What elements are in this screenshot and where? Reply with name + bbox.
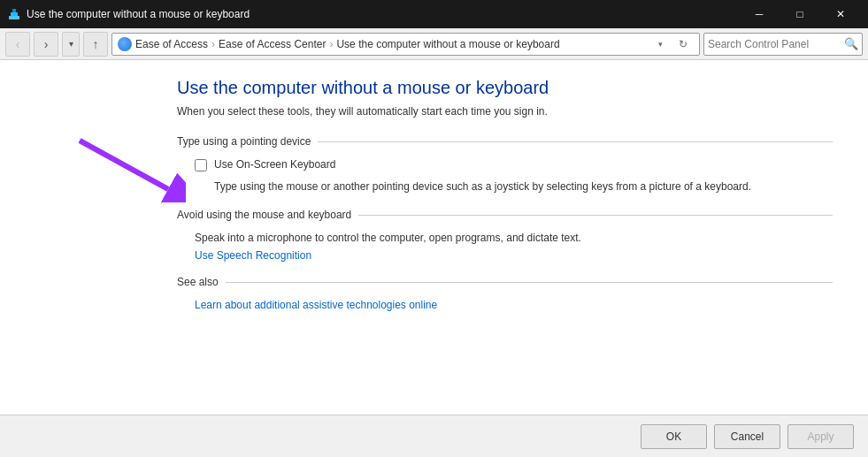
up-button[interactable]: ↑ [83,32,108,57]
breadcrumb-ease-of-access[interactable]: Ease of Access [135,38,208,50]
section-divider-2 [358,215,833,216]
section-avoid-mouse-body: Speak into a microphone to control the c… [177,232,833,262]
section-see-also-label: See also [177,276,219,288]
window-controls: ─ □ ✕ [739,0,861,28]
forward-button[interactable]: › [34,32,58,57]
svg-rect-0 [9,16,19,19]
on-screen-keyboard-description: Type using the mouse or another pointing… [196,179,833,194]
section-avoid-mouse-header: Avoid using the mouse and keyboard [177,209,833,221]
learn-assistive-tech-link[interactable]: Learn about additional assistive technol… [195,299,437,311]
window-icon [7,7,21,21]
page-title: Use the computer without a mouse or keyb… [177,78,833,98]
cancel-button[interactable]: Cancel [714,424,780,449]
section-see-also-body: Learn about additional assistive technol… [177,299,833,311]
address-bar[interactable]: Ease of Access › Ease of Access Center ›… [111,33,700,56]
refresh-button[interactable]: ↻ [672,34,694,55]
apply-button[interactable]: Apply [787,424,854,449]
section-divider-1 [318,141,833,142]
back-button[interactable]: ‹ [5,32,30,57]
ok-button[interactable]: OK [641,424,707,449]
svg-rect-2 [12,9,16,12]
search-input[interactable] [708,38,841,50]
address-dropdown-button[interactable]: ▾ [651,33,669,56]
section-pointing-device-header: Type using a pointing device [177,135,833,148]
restore-button[interactable]: □ [780,0,820,28]
breadcrumb-current: Use the computer without a mouse or keyb… [336,38,559,50]
history-dropdown-button[interactable]: ▾ [62,32,80,57]
title-bar: Use the computer without a mouse or keyb… [0,0,868,28]
search-bar[interactable]: 🔍 [703,33,863,56]
search-button[interactable]: 🔍 [844,35,858,53]
on-screen-keyboard-label[interactable]: Use On-Screen Keyboard [214,158,335,171]
page-subtitle: When you select these tools, they will a… [177,105,833,118]
address-icon [118,37,132,51]
navigation-bar: ‹ › ▾ ↑ Ease of Access › Ease of Access … [0,28,868,60]
breadcrumb: Ease of Access › Ease of Access Center ›… [135,38,648,50]
section-avoid-mouse-label: Avoid using the mouse and keyboard [177,209,351,221]
footer: OK Cancel Apply [0,415,868,457]
svg-rect-1 [11,12,18,16]
section-pointing-device-label: Type using a pointing device [177,135,311,148]
svg-line-4 [80,141,168,189]
section-see-also-header: See also [177,276,833,288]
arrow-indicator [71,132,186,205]
speech-recognition-description: Speak into a microphone to control the c… [195,232,833,244]
on-screen-keyboard-row: Use On-Screen Keyboard [177,158,833,171]
breadcrumb-sep-1: › [211,38,215,50]
close-button[interactable]: ✕ [820,0,861,28]
use-speech-recognition-link[interactable]: Use Speech Recognition [195,249,311,262]
on-screen-keyboard-checkbox[interactable] [195,159,207,171]
breadcrumb-ease-of-access-center[interactable]: Ease of Access Center [219,38,326,50]
breadcrumb-sep-2: › [329,38,333,50]
minimize-button[interactable]: ─ [739,0,780,28]
section-divider-3 [226,282,833,283]
main-content: Use the computer without a mouse or keyb… [0,60,868,415]
window-title: Use the computer without a mouse or keyb… [27,8,739,20]
